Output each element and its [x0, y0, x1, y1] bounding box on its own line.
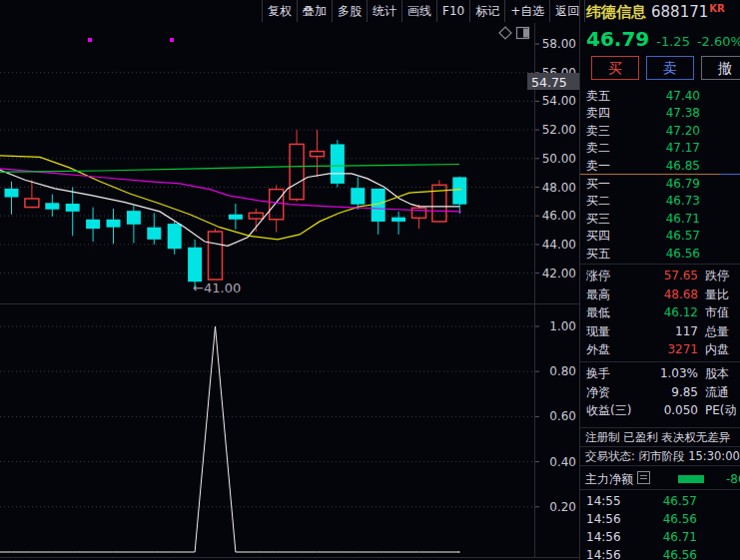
y-axis-label: 42.00: [542, 267, 576, 280]
toolbar-button-1[interactable]: 叠加: [297, 0, 332, 22]
tick-price: 46.71: [632, 528, 697, 546]
toolbar-button-4[interactable]: 画线: [401, 0, 436, 22]
ask-label: 卖三: [586, 123, 610, 140]
stat-label: 现量: [586, 322, 630, 341]
main-capital-flow-row: 主力净额-86: [580, 469, 740, 489]
bid-price: 46.71: [610, 211, 700, 228]
bid-label: 买三: [586, 211, 610, 228]
divider-orange-segment: [580, 174, 720, 175]
divider-blue-segment: [720, 174, 740, 175]
tick-time: 14:56: [586, 528, 632, 546]
stat-label-2: 内盘: [705, 340, 740, 359]
toolbar-button-7[interactable]: +自选: [504, 0, 549, 22]
ask-row[interactable]: 卖一46.85: [580, 158, 740, 175]
y-axis-label: 44.00: [542, 238, 576, 252]
bid-row[interactable]: 买一46.79: [580, 176, 740, 193]
cancel-button[interactable]: 撤: [701, 56, 740, 80]
y-axis-label: 48.00: [542, 181, 576, 195]
time-sales-row: 14:5646.56: [580, 510, 740, 528]
y-axis-label: 58.00: [542, 37, 576, 51]
stat-label: 最低: [586, 303, 630, 322]
stats-block-1: 涨停57.65跌停最高48.68量比最低46.12市值现量117总量外盘3271…: [580, 267, 740, 359]
candle-down: [45, 203, 59, 209]
ask-price: 46.85: [610, 158, 700, 175]
ask-label: 卖二: [586, 140, 610, 157]
buy-button[interactable]: 买: [591, 56, 639, 80]
ma-green-line: [0, 165, 459, 173]
candle-down: [351, 188, 365, 205]
stat-row: 净资9.85流通: [580, 383, 740, 402]
stat-label-2: 总量: [705, 322, 740, 341]
candle-up: [270, 190, 284, 220]
toolbar-button-5[interactable]: F10: [436, 0, 469, 22]
capital-flow-value: -86: [726, 472, 740, 486]
tick-price: 46.56: [632, 546, 697, 560]
ask-levels: 卖五47.40卖四47.38卖三47.20卖二47.17卖一46.85: [580, 88, 740, 175]
signal-marker: [88, 38, 92, 42]
candle-up: [412, 208, 426, 218]
toolbar-button-8[interactable]: 返回: [549, 0, 585, 22]
bid-row[interactable]: 买三46.71: [580, 211, 740, 228]
chart-toolbar: 复权叠加多股统计画线F10标记+自选返回: [262, 0, 585, 22]
candle-down: [168, 224, 182, 249]
candle-down: [452, 177, 466, 204]
candle-up: [209, 232, 223, 280]
tick-time: 14:55: [586, 492, 632, 510]
bid-row[interactable]: 买四46.57: [580, 228, 740, 245]
candle-down: [147, 228, 161, 240]
sell-button[interactable]: 卖: [646, 56, 694, 80]
bid-price: 46.73: [610, 193, 700, 210]
ask-row[interactable]: 卖四47.38: [580, 105, 740, 122]
toolbar-button-2[interactable]: 多股: [332, 0, 367, 22]
tick-price: 46.57: [632, 492, 697, 510]
candlestick-chart[interactable]: 58.0056.0054.0052.0050.0048.0046.0044.00…: [0, 0, 579, 560]
toolbar-button-3[interactable]: 统计: [367, 0, 401, 22]
candle-down: [107, 220, 121, 228]
mid-price-divider: [580, 174, 740, 175]
sub-y-axis-label: 0.60: [549, 409, 576, 423]
candle-up: [25, 199, 39, 208]
ask-label: 卖一: [586, 158, 610, 175]
bid-row[interactable]: 买二46.73: [580, 193, 740, 210]
stat-label-2: 量比: [705, 285, 740, 304]
bid-label: 买五: [586, 246, 610, 263]
sub-y-axis-label: 0.80: [549, 364, 576, 378]
stat-value: 3271: [630, 340, 698, 359]
stat-label: 收益(三): [586, 401, 631, 420]
ask-row[interactable]: 卖二47.17: [580, 140, 740, 157]
bid-row[interactable]: 买五46.56: [580, 246, 740, 263]
sub-indicator-line: [0, 326, 459, 552]
listing-tags: 注册制 已盈利 表决权无差异: [580, 430, 740, 445]
bid-label: 买四: [586, 228, 610, 245]
bid-price: 46.79: [610, 176, 700, 193]
diamond-marker-icon[interactable]: [499, 27, 511, 39]
ask-row[interactable]: 卖五47.40: [580, 88, 740, 105]
divider: [580, 427, 740, 428]
price-row: 46.79-1.25-2.60%: [586, 27, 740, 51]
ask-row[interactable]: 卖三47.20: [580, 123, 740, 140]
time-sales-row: 14:5646.56: [580, 546, 740, 560]
axis-highlight-label: 54.75: [531, 75, 567, 90]
detail-list-icon[interactable]: [637, 471, 650, 484]
tick-time: 14:56: [586, 546, 632, 560]
bid-label: 买二: [586, 193, 610, 210]
candle-down: [5, 189, 19, 198]
ask-label: 卖四: [586, 105, 610, 122]
toolbar-button-6[interactable]: 标记: [469, 0, 504, 22]
stat-row: 最低46.12市值: [580, 303, 740, 322]
bid-price: 46.57: [610, 228, 700, 245]
candle-down: [391, 218, 405, 222]
candle-down: [188, 248, 202, 281]
toolbar-button-0[interactable]: 复权: [262, 0, 297, 22]
stat-value: 48.68: [630, 285, 698, 304]
sub-y-axis-label: 0.40: [549, 455, 576, 469]
candle-down: [86, 220, 100, 229]
bid-price: 46.56: [610, 246, 700, 263]
price-change-pct: -2.60%: [697, 34, 740, 49]
stat-row: 现量117总量: [580, 322, 740, 341]
y-axis-label: 50.00: [542, 152, 576, 166]
candle-up: [311, 152, 325, 157]
candle-down: [229, 215, 243, 220]
capital-flow-bar: [678, 475, 704, 483]
kr-badge: KR: [709, 3, 724, 14]
